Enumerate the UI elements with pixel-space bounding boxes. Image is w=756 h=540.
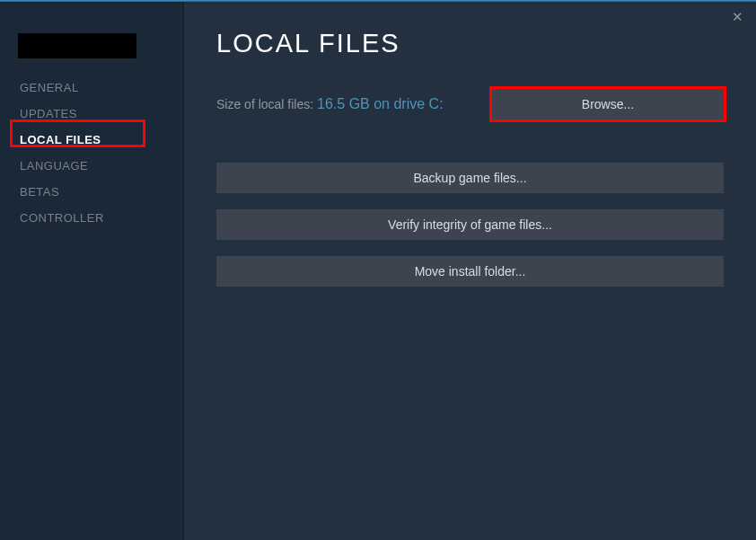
page-title: LOCAL FILES <box>216 29 724 58</box>
sidebar: GENERAL UPDATES LOCAL FILES LANGUAGE BET… <box>0 2 184 540</box>
browse-button[interactable]: Browse... <box>492 89 724 120</box>
window-container: GENERAL UPDATES LOCAL FILES LANGUAGE BET… <box>0 0 756 540</box>
size-row: Size of local files: 16.5 GB on drive C:… <box>216 89 724 120</box>
sidebar-item-local-files[interactable]: LOCAL FILES <box>0 127 183 153</box>
sidebar-item-controller[interactable]: CONTROLLER <box>0 205 183 231</box>
game-title-redacted <box>18 33 136 58</box>
content-panel: ✕ LOCAL FILES Size of local files: 16.5 … <box>184 2 756 540</box>
size-text: Size of local files: 16.5 GB on drive C: <box>216 96 444 112</box>
backup-button[interactable]: Backup game files... <box>216 163 724 193</box>
verify-button[interactable]: Verify integrity of game files... <box>216 209 724 240</box>
sidebar-item-updates[interactable]: UPDATES <box>0 101 183 127</box>
size-value: 16.5 GB on drive C: <box>317 96 444 111</box>
move-button[interactable]: Move install folder... <box>216 256 724 287</box>
sidebar-item-betas[interactable]: BETAS <box>0 179 183 205</box>
size-label: Size of local files: <box>216 97 317 111</box>
sidebar-item-language[interactable]: LANGUAGE <box>0 153 183 179</box>
close-icon[interactable]: ✕ <box>732 9 743 25</box>
sidebar-item-general[interactable]: GENERAL <box>0 75 183 101</box>
